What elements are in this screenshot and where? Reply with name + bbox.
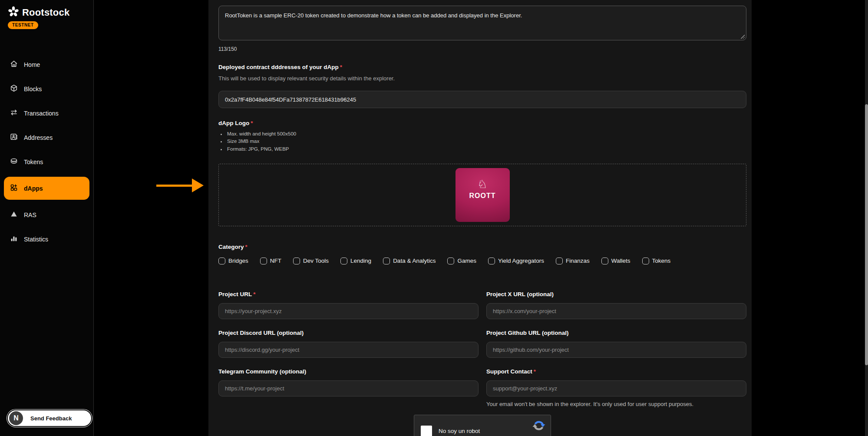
logo-preview-text: ROOTT <box>469 192 496 200</box>
category-option-data-analytics[interactable]: Data & Analytics <box>383 258 436 264</box>
dapp-submission-form: RootToken is a sample ERC-20 token creat… <box>208 0 752 436</box>
category-option-tokens[interactable]: Tokens <box>642 258 671 264</box>
checkbox[interactable] <box>293 258 300 264</box>
project-github-url-label: Project Github URL (optional) <box>486 330 746 336</box>
sidebar-item-transactions[interactable]: Transactions <box>4 104 89 122</box>
brand-name: Rootstock <box>22 7 69 18</box>
testnet-badge: TESTNET <box>8 21 38 29</box>
logo-rule: Max. width and height 500x500 <box>226 130 746 138</box>
home-icon <box>10 59 18 69</box>
feedback-avatar: N <box>8 410 24 426</box>
checkbox[interactable] <box>340 258 347 264</box>
checkbox[interactable] <box>601 258 608 264</box>
contract-addresses-label: Deployed contract dddresses of your dApp… <box>218 64 746 70</box>
project-github-url-input[interactable] <box>486 342 746 358</box>
recaptcha-widget: No soy un robot <box>414 415 551 436</box>
recaptcha-checkbox[interactable] <box>421 426 432 436</box>
required-asterisk: * <box>251 120 253 126</box>
pointer-arrow <box>156 178 204 192</box>
recaptcha-label: No soy un robot <box>439 428 480 434</box>
contact-card-icon <box>10 132 18 142</box>
dapp-description-textarea[interactable]: RootToken is a sample ERC-20 token creat… <box>218 6 746 40</box>
sidebar-item-dapps[interactable]: dApps <box>4 177 89 200</box>
logo-rule: Formats: JPG, PNG, WEBP <box>226 145 746 153</box>
project-discord-url-label: Project Discord URL (optional) <box>218 330 479 336</box>
contract-addresses-helper: This will be used to display relevant se… <box>218 75 746 82</box>
logo-rules-list: Max. width and height 500x500 Size 3MB m… <box>219 130 746 153</box>
sidebar-item-label: Transactions <box>24 110 59 117</box>
required-asterisk: * <box>534 368 536 375</box>
rootstock-logo-icon <box>8 6 19 19</box>
category-option-wallets[interactable]: Wallets <box>601 258 630 264</box>
category-option-nft[interactable]: NFT <box>260 258 281 264</box>
category-options: Bridges NFT Dev Tools Lending Data & Ana… <box>218 258 746 264</box>
sidebar-item-blocks[interactable]: Blocks <box>4 79 89 98</box>
sidebar-item-label: Blocks <box>24 86 42 92</box>
category-option-yield-aggregators[interactable]: Yield Aggregators <box>488 258 544 264</box>
scrollbar-thumb[interactable] <box>865 104 868 365</box>
required-asterisk: * <box>253 291 255 297</box>
category-option-bridges[interactable]: Bridges <box>218 258 248 264</box>
telegram-community-label: Telegram Community (optional) <box>218 368 479 375</box>
logo-rule: Size 3MB max <box>226 138 746 145</box>
support-contact-input[interactable] <box>486 380 746 396</box>
category-option-finanzas[interactable]: Finanzas <box>556 258 590 264</box>
dapps-grid-icon <box>10 183 18 193</box>
character-counter: 113/150 <box>218 46 746 52</box>
sidebar-item-ras[interactable]: RAS <box>4 205 89 224</box>
project-github-url-field: Project Github URL (optional) <box>486 330 746 358</box>
arrow-head <box>192 178 204 192</box>
project-x-url-label: Project X URL (optional) <box>486 291 746 297</box>
project-x-url-field: Project X URL (optional) <box>486 291 746 319</box>
category-option-dev-tools[interactable]: Dev Tools <box>293 258 329 264</box>
logo-dropzone[interactable]: ♘ ROOTT <box>218 164 746 226</box>
sidebar-item-home[interactable]: Home <box>4 55 89 74</box>
project-x-url-input[interactable] <box>486 303 746 319</box>
category-label: Category* <box>218 244 746 250</box>
project-url-field: Project URL* <box>218 291 479 319</box>
checkbox[interactable] <box>488 258 495 264</box>
required-asterisk: * <box>340 64 342 70</box>
sidebar-item-tokens[interactable]: Tokens <box>4 152 89 171</box>
url-fields-grid: Project URL* Project X URL (optional) Pr… <box>218 291 746 407</box>
sidebar-item-label: RAS <box>24 211 36 218</box>
checkbox[interactable] <box>218 258 225 264</box>
checkbox[interactable] <box>260 258 267 264</box>
mountain-icon <box>10 210 18 220</box>
cube-icon <box>10 84 18 94</box>
recaptcha-icon <box>532 419 545 434</box>
checkbox[interactable] <box>556 258 563 264</box>
sidebar-item-label: Home <box>24 61 40 68</box>
checkbox[interactable] <box>383 258 390 264</box>
scrollbar[interactable] <box>865 0 868 436</box>
category-option-lending[interactable]: Lending <box>340 258 371 264</box>
category-option-games[interactable]: Games <box>447 258 476 264</box>
sidebar-item-statistics[interactable]: Statistics <box>4 230 89 248</box>
coin-icon <box>10 157 18 167</box>
send-feedback-button[interactable]: N Send Feedback <box>7 410 92 427</box>
support-contact-field: Support Contact* Your email won't be sho… <box>486 368 746 407</box>
contract-address-input[interactable] <box>218 91 746 108</box>
knight-icon: ♘ <box>477 178 487 190</box>
sidebar-item-label: Tokens <box>24 159 43 165</box>
logo-preview: ♘ ROOTT <box>455 168 510 222</box>
swap-arrows-icon <box>10 108 18 118</box>
sidebar-item-label: Addresses <box>24 134 53 141</box>
project-discord-url-field: Project Discord URL (optional) <box>218 330 479 358</box>
project-url-input[interactable] <box>218 303 479 319</box>
brand: Rootstock <box>0 0 93 19</box>
checkbox[interactable] <box>447 258 454 264</box>
bar-chart-icon <box>10 234 18 244</box>
telegram-community-input[interactable] <box>218 380 479 396</box>
sidebar-nav: Home Blocks Transactions <box>0 55 93 248</box>
feedback-label: Send Feedback <box>30 415 72 422</box>
project-discord-url-input[interactable] <box>218 342 479 358</box>
project-url-label: Project URL* <box>218 291 479 297</box>
checkbox[interactable] <box>642 258 649 264</box>
dapp-logo-label: dApp Logo* <box>218 120 746 126</box>
support-contact-helper: Your email won't be shown in the explore… <box>486 401 746 407</box>
sidebar: Rootstock TESTNET Home Blocks <box>0 0 94 436</box>
arrow-shaft <box>156 185 192 187</box>
sidebar-item-addresses[interactable]: Addresses <box>4 128 89 147</box>
telegram-community-field: Telegram Community (optional) <box>218 368 479 407</box>
